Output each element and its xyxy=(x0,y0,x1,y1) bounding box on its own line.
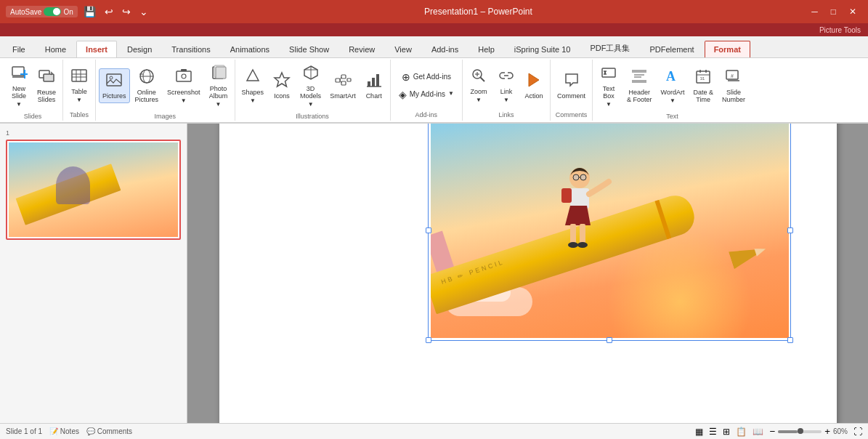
normal-view-button[interactable]: ▦ xyxy=(695,427,703,437)
close-button[interactable]: ✕ xyxy=(843,0,862,23)
get-addins-button[interactable]: ⊕ Get Add-ins xyxy=(397,70,456,84)
illustrations-group: Shapes ▼ Icons 3DModels ▼ Smart xyxy=(235,60,391,121)
photo-album-label: PhotoAlbum xyxy=(209,86,228,100)
notes-button[interactable]: 📝 Notes xyxy=(49,427,79,435)
slide-number-indicator: 1 xyxy=(6,129,181,137)
icons-button[interactable]: Icons xyxy=(269,68,295,103)
textbox-label: TextBox xyxy=(603,86,615,100)
tab-slideshow[interactable]: Slide Show xyxy=(280,41,338,57)
my-addins-icon: ◈ xyxy=(399,89,407,100)
undo-qat-button[interactable]: ↩ xyxy=(102,4,116,19)
images-group: Pictures OnlinePictures Screenshot ▼ Ph xyxy=(96,60,235,121)
my-addins-button[interactable]: ◈ My Add-ins ▼ xyxy=(394,87,459,102)
svg-marker-22 xyxy=(247,70,259,81)
zoom-slider[interactable]: − + 60% xyxy=(769,426,848,437)
slide-info: Slide 1 of 1 xyxy=(6,427,42,435)
zoom-level: 60% xyxy=(833,427,848,435)
tab-review[interactable]: Review xyxy=(339,41,384,57)
tab-insert[interactable]: Insert xyxy=(76,41,117,57)
title-bar-left: AutoSave On 💾 ↩ ↪ ⌄ xyxy=(6,4,151,19)
svg-rect-11 xyxy=(107,74,121,86)
zoom-button[interactable]: Zoom ▼ xyxy=(466,64,492,107)
link-label: Link xyxy=(500,89,513,96)
screenshot-arrow: ▼ xyxy=(181,98,187,105)
svg-rect-21 xyxy=(216,67,226,78)
comment-button[interactable]: Comment xyxy=(553,68,589,103)
svg-rect-24 xyxy=(336,78,340,82)
notes-page-button[interactable]: 📋 xyxy=(736,427,747,437)
new-slide-button[interactable]: NewSlide ▼ xyxy=(6,61,32,111)
tab-ispring[interactable]: iSpring Suite 10 xyxy=(505,41,580,57)
slide-number-icon: # xyxy=(725,68,742,88)
customize-qat-button[interactable]: ⌄ xyxy=(137,4,151,19)
svg-rect-16 xyxy=(177,71,191,81)
action-button[interactable]: Action xyxy=(521,68,547,103)
date-time-button[interactable]: 31 Date &Time xyxy=(689,65,717,107)
wordart-arrow: ▼ xyxy=(670,98,676,105)
online-pictures-button[interactable]: OnlinePictures xyxy=(131,65,163,107)
zoom-bar xyxy=(778,430,822,433)
tab-pdftool[interactable]: PDF工具集 xyxy=(580,39,639,57)
status-left: Slide 1 of 1 📝 Notes 💬 Comments xyxy=(6,427,132,435)
comments-group-content: Comment xyxy=(553,61,589,110)
tab-pdfelement[interactable]: PDFelement xyxy=(640,41,703,57)
link-button[interactable]: Link ▼ xyxy=(493,64,519,107)
wordart-button[interactable]: A WordArt ▼ xyxy=(657,65,689,108)
tab-view[interactable]: View xyxy=(385,41,421,57)
main-canvas[interactable]: HB ✏ PENCIL xyxy=(187,124,868,423)
tab-file[interactable]: File xyxy=(3,41,35,57)
autosave-state: On xyxy=(63,8,73,16)
outline-view-button[interactable]: ☰ xyxy=(709,427,717,437)
link-icon xyxy=(498,67,515,87)
chart-button[interactable]: Chart xyxy=(361,68,387,103)
tab-home[interactable]: Home xyxy=(36,41,76,57)
tab-animations[interactable]: Animations xyxy=(221,41,279,57)
zoom-fill xyxy=(778,430,798,433)
header-footer-button[interactable]: Header& Footer xyxy=(623,65,656,107)
comments-button[interactable]: 💬 Comments xyxy=(86,427,132,435)
reuse-slides-button[interactable]: ReuseSlides xyxy=(33,65,60,107)
tab-addins[interactable]: Add-ins xyxy=(422,41,468,57)
zoom-out-button[interactable]: − xyxy=(769,426,775,437)
tab-format[interactable]: Format xyxy=(705,41,750,57)
slide-number-button[interactable]: # SlideNumber xyxy=(718,65,749,107)
pencil-scene: HB ✏ PENCIL xyxy=(431,124,789,338)
selected-image[interactable]: HB ✏ PENCIL xyxy=(430,124,790,339)
textbox-button[interactable]: TextBox ▼ xyxy=(596,61,622,111)
svg-rect-25 xyxy=(341,75,346,78)
autosave-label: AutoSave xyxy=(10,8,41,16)
status-right: ▦ ☰ ⊞ 📋 📖 − + 60% ⛶ xyxy=(695,426,862,437)
maximize-button[interactable]: □ xyxy=(825,0,842,23)
fit-slide-button[interactable]: ⛶ xyxy=(853,427,862,437)
tab-design[interactable]: Design xyxy=(118,41,161,57)
autosave-button[interactable]: AutoSave On xyxy=(6,6,78,17)
table-arrow: ▼ xyxy=(76,97,82,104)
table-button[interactable]: Table ▼ xyxy=(66,64,92,107)
slide-thumbnail[interactable] xyxy=(6,140,181,240)
title-bar-right: ─ □ ✕ xyxy=(806,0,862,23)
smartart-button[interactable]: SmartArt xyxy=(326,68,360,103)
minimize-button[interactable]: ─ xyxy=(806,0,824,23)
zoom-icon xyxy=(470,67,487,87)
svg-text:#: # xyxy=(731,73,734,78)
svg-rect-26 xyxy=(341,81,346,85)
svg-rect-27 xyxy=(347,78,351,81)
links-group-label: Links xyxy=(466,110,547,119)
screenshot-button[interactable]: Screenshot ▼ xyxy=(163,65,204,108)
save-qat-button[interactable]: 💾 xyxy=(81,4,99,19)
comments-group: Comment Comments xyxy=(551,60,593,121)
svg-rect-61 xyxy=(580,224,585,244)
tables-group-content: Table ▼ xyxy=(66,61,92,110)
slide-sorter-button[interactable]: ⊞ xyxy=(723,427,730,437)
autosave-toggle[interactable] xyxy=(44,7,61,16)
tab-transitions[interactable]: Transitions xyxy=(162,41,219,57)
pictures-button[interactable]: Pictures xyxy=(99,68,130,103)
redo-qat-button[interactable]: ↪ xyxy=(119,4,134,19)
tab-help[interactable]: Help xyxy=(469,41,504,57)
3d-models-button[interactable]: 3DModels ▼ xyxy=(296,61,325,111)
shapes-button[interactable]: Shapes ▼ xyxy=(238,65,268,108)
shapes-icon xyxy=(244,68,261,88)
reading-view-button[interactable]: 📖 xyxy=(753,427,763,437)
photo-album-button[interactable]: PhotoAlbum ▼ xyxy=(206,61,232,111)
zoom-in-button[interactable]: + xyxy=(824,426,830,437)
